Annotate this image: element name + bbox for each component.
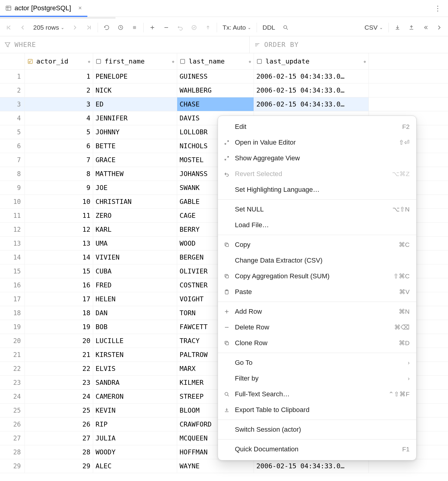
history-button[interactable] (114, 21, 127, 34)
menu-item[interactable]: Clone Row⌘D (218, 335, 416, 351)
cell-actor-id[interactable]: 24 (25, 390, 93, 403)
cell-first-name[interactable]: CAMERON (93, 390, 177, 403)
cell-actor-id[interactable]: 23 (25, 376, 93, 389)
cell-first-name[interactable]: DAN (93, 306, 177, 320)
csv-dropdown[interactable]: CSV ⌄ (362, 24, 386, 31)
first-page-button[interactable] (2, 21, 15, 34)
cell-last-name[interactable]: WAHLBERG (177, 83, 254, 97)
menu-item[interactable]: EditF2 (218, 119, 416, 135)
column-header-actor-id[interactable]: actor_id ◆ (25, 53, 93, 69)
cell-actor-id[interactable]: 3 (25, 97, 93, 111)
cell-first-name[interactable]: KARL (93, 223, 177, 236)
cell-first-name[interactable]: ELVIS (93, 362, 177, 375)
cell-first-name[interactable]: JOE (93, 181, 177, 195)
cell-first-name[interactable]: MATTHEW (93, 167, 177, 181)
cell-last-name[interactable]: WAYNE (177, 459, 254, 473)
menu-item[interactable]: Open in Value Editor⇧⏎ (218, 135, 416, 150)
cell-actor-id[interactable]: 22 (25, 362, 93, 375)
cell-first-name[interactable]: BOB (93, 320, 177, 334)
cell-actor-id[interactable]: 8 (25, 167, 93, 181)
ddl-button[interactable]: DDL (259, 24, 278, 31)
cell-last-update[interactable]: 2006-02-15 04:34:33.0… (254, 83, 369, 97)
commit-button[interactable] (188, 21, 200, 34)
cell-first-name[interactable]: WOODY (93, 445, 177, 459)
table-row[interactable]: 11PENELOPEGUINESS2006-02-15 04:34:33.0… (0, 70, 448, 83)
menu-item[interactable]: Set NULL⌥⇧N (218, 201, 416, 217)
cell-first-name[interactable]: ALEC (93, 459, 177, 473)
cell-first-name[interactable]: SANDRA (93, 376, 177, 389)
cell-first-name[interactable]: JOHNNY (93, 125, 177, 139)
submit-button[interactable] (202, 21, 214, 34)
cell-first-name[interactable]: ZERO (93, 209, 177, 222)
menu-item[interactable]: Export Table to Clipboard (218, 402, 416, 418)
menu-item[interactable]: Change Data Extractor (CSV) (218, 253, 416, 268)
cell-first-name[interactable]: BETTE (93, 139, 177, 153)
reload-button[interactable] (100, 21, 113, 34)
tab-actor[interactable]: actor [PostgreSQL] × (0, 0, 87, 17)
menu-item[interactable]: Copy⌘C (218, 237, 416, 253)
row-count-dropdown[interactable]: 205 rows ⌄ (30, 24, 67, 31)
search-button[interactable] (279, 21, 292, 34)
cell-last-update[interactable]: 2006-02-15 04:34:33.0… (254, 459, 369, 473)
menu-item[interactable]: Go To› (218, 355, 416, 371)
delete-row-button[interactable] (160, 21, 173, 34)
cell-first-name[interactable]: VIVIEN (93, 250, 177, 264)
cell-actor-id[interactable]: 25 (25, 404, 93, 417)
cell-actor-id[interactable]: 15 (25, 264, 93, 278)
cell-first-name[interactable]: CHRISTIAN (93, 195, 177, 208)
cell-first-name[interactable]: CUBA (93, 264, 177, 278)
cell-last-update[interactable]: 2006-02-15 04:34:33.0… (254, 70, 369, 83)
cell-first-name[interactable]: RIP (93, 417, 177, 431)
column-header-first-name[interactable]: first_name ◆ (93, 53, 177, 69)
cell-actor-id[interactable]: 21 (25, 348, 93, 362)
cell-actor-id[interactable]: 7 (25, 153, 93, 167)
menu-item[interactable]: Delete Row⌘⌫ (218, 319, 416, 335)
cell-actor-id[interactable]: 6 (25, 139, 93, 153)
cell-actor-id[interactable]: 27 (25, 431, 93, 445)
cell-actor-id[interactable]: 9 (25, 181, 93, 195)
cell-actor-id[interactable]: 13 (25, 237, 93, 250)
menu-item[interactable]: Add Row⌘N (218, 304, 416, 319)
cell-actor-id[interactable]: 28 (25, 445, 93, 459)
cell-actor-id[interactable]: 1 (25, 70, 93, 83)
cell-last-name[interactable]: CHASE (177, 97, 254, 111)
where-filter[interactable]: WHERE (0, 36, 250, 53)
cell-first-name[interactable]: LUCILLE (93, 334, 177, 348)
cell-actor-id[interactable]: 26 (25, 417, 93, 431)
cell-first-name[interactable]: UMA (93, 237, 177, 250)
more-icon[interactable]: ⋮ (431, 4, 444, 13)
cell-first-name[interactable]: HELEN (93, 292, 177, 306)
last-page-button[interactable] (83, 21, 95, 34)
cell-first-name[interactable]: PENELOPE (93, 70, 177, 83)
cell-last-update[interactable]: 2006-02-15 04:34:33.0… (254, 97, 369, 111)
table-row[interactable]: 22NICKWAHLBERG2006-02-15 04:34:33.0… (0, 83, 448, 97)
cell-actor-id[interactable]: 5 (25, 125, 93, 139)
expand-panel-button[interactable] (433, 21, 446, 34)
cell-first-name[interactable]: ED (93, 97, 177, 111)
cell-actor-id[interactable]: 19 (25, 320, 93, 334)
menu-item[interactable]: Full-Text Search…⌃⇧⌘F (218, 386, 416, 402)
revert-button[interactable] (174, 21, 187, 34)
cell-actor-id[interactable]: 18 (25, 306, 93, 320)
cell-actor-id[interactable]: 17 (25, 292, 93, 306)
tx-mode-dropdown[interactable]: Tx: Auto ⌄ (219, 24, 254, 31)
next-page-button[interactable] (69, 21, 81, 34)
column-header-last-name[interactable]: last_name ◆ (177, 53, 254, 69)
column-header-last-update[interactable]: last_update ◆ (254, 53, 369, 69)
menu-item[interactable]: Filter by› (218, 371, 416, 386)
cell-actor-id[interactable]: 12 (25, 223, 93, 236)
collapse-button[interactable] (419, 21, 432, 34)
table-row[interactable]: 2929ALECWAYNE2006-02-15 04:34:33.0… (0, 459, 448, 473)
menu-item[interactable]: Paste⌘V (218, 284, 416, 300)
download-button[interactable] (391, 21, 404, 34)
stop-button[interactable] (128, 21, 141, 34)
table-row[interactable]: 33EDCHASE2006-02-15 04:34:33.0… (0, 97, 448, 111)
cell-first-name[interactable]: FRED (93, 278, 177, 292)
cell-actor-id[interactable]: 20 (25, 334, 93, 348)
menu-item[interactable]: Quick DocumentationF1 (218, 441, 416, 457)
cell-first-name[interactable]: JULIA (93, 431, 177, 445)
cell-last-name[interactable]: GUINESS (177, 70, 254, 83)
cell-first-name[interactable]: JENNIFER (93, 111, 177, 125)
cell-actor-id[interactable]: 4 (25, 111, 93, 125)
menu-item[interactable]: Load File… (218, 217, 416, 233)
